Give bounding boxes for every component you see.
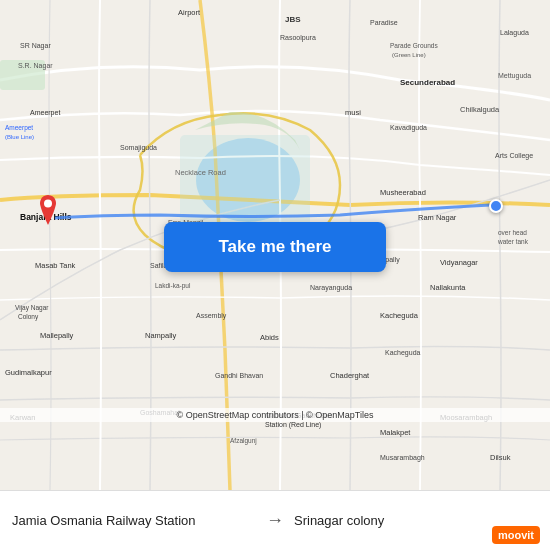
svg-text:Mallepally: Mallepally <box>40 331 74 340</box>
svg-text:Airport: Airport <box>178 8 201 17</box>
svg-text:Nampally: Nampally <box>145 331 177 340</box>
osm-attribution: © OpenStreetMap contributors | © OpenMap… <box>0 408 550 422</box>
svg-text:Nallakunta: Nallakunta <box>430 283 466 292</box>
svg-text:Ram Nagar: Ram Nagar <box>418 213 457 222</box>
svg-text:Afzalgunj: Afzalgunj <box>230 437 257 445</box>
attribution-text: © OpenStreetMap contributors | © OpenMap… <box>177 410 374 420</box>
svg-text:over head: over head <box>498 229 527 236</box>
map-container: JBS Airport Rasoolpura Paradise Parade G… <box>0 0 550 490</box>
svg-text:Narayanguda: Narayanguda <box>310 284 352 292</box>
from-station: Jamia Osmania Railway Station <box>12 513 256 528</box>
svg-text:Assembly: Assembly <box>196 312 227 320</box>
svg-text:Musarambagh: Musarambagh <box>380 454 425 462</box>
svg-text:JBS: JBS <box>285 15 301 24</box>
moovit-logo: moovit <box>492 526 540 544</box>
svg-text:SR Nagar: SR Nagar <box>20 42 51 50</box>
moovit-logo-text: moovit <box>492 526 540 544</box>
svg-text:Secunderabad: Secunderabad <box>400 78 455 87</box>
svg-text:Chaderghat: Chaderghat <box>330 371 370 380</box>
svg-text:Paradise: Paradise <box>370 19 398 26</box>
svg-text:Lakdi-ka-pul: Lakdi-ka-pul <box>155 282 191 290</box>
svg-text:Somajiguda: Somajiguda <box>120 144 157 152</box>
svg-text:Mettuguda: Mettuguda <box>498 72 531 80</box>
svg-text:Kavadiguda: Kavadiguda <box>390 124 427 132</box>
take-me-there-button[interactable]: Take me there <box>164 222 386 272</box>
svg-text:Masab Tank: Masab Tank <box>35 261 76 270</box>
svg-text:Dilsuk: Dilsuk <box>490 453 511 462</box>
svg-text:Ameerpet: Ameerpet <box>30 109 60 117</box>
svg-text:Gudimalkapur: Gudimalkapur <box>5 368 52 377</box>
svg-text:(Green Line): (Green Line) <box>392 52 426 58</box>
svg-text:Vijay Nagar: Vijay Nagar <box>15 304 49 312</box>
svg-text:musi: musi <box>345 108 361 117</box>
svg-text:Ameerpet: Ameerpet <box>5 124 33 132</box>
svg-text:Kacheguda: Kacheguda <box>385 349 421 357</box>
svg-text:Parade Grounds: Parade Grounds <box>390 42 438 49</box>
svg-text:Gandhi Bhavan: Gandhi Bhavan <box>215 372 263 379</box>
svg-text:Vidyanagar: Vidyanagar <box>440 258 478 267</box>
svg-text:Station (Red Line): Station (Red Line) <box>265 421 321 429</box>
svg-text:Arts College: Arts College <box>495 152 533 160</box>
svg-text:Abids: Abids <box>260 333 279 342</box>
svg-text:Chilkalguda: Chilkalguda <box>460 105 500 114</box>
svg-text:S.R. Nagar: S.R. Nagar <box>18 62 53 70</box>
svg-text:Necklace Road: Necklace Road <box>175 168 226 177</box>
route-arrow: → <box>266 510 284 531</box>
svg-text:(Blue Line): (Blue Line) <box>5 134 34 140</box>
svg-point-58 <box>44 200 52 208</box>
svg-text:Colony: Colony <box>18 313 39 321</box>
svg-text:Kacheguda: Kacheguda <box>380 311 419 320</box>
svg-text:water tank: water tank <box>497 238 529 245</box>
svg-text:Rasoolpura: Rasoolpura <box>280 34 316 42</box>
svg-text:Malakpet: Malakpet <box>380 428 411 437</box>
origin-pin <box>36 195 60 229</box>
bottom-bar: Jamia Osmania Railway Station → Srinagar… <box>0 490 550 550</box>
svg-text:Musheerabad: Musheerabad <box>380 188 426 197</box>
svg-text:Lalaguda: Lalaguda <box>500 29 529 37</box>
destination-dot <box>489 199 503 213</box>
